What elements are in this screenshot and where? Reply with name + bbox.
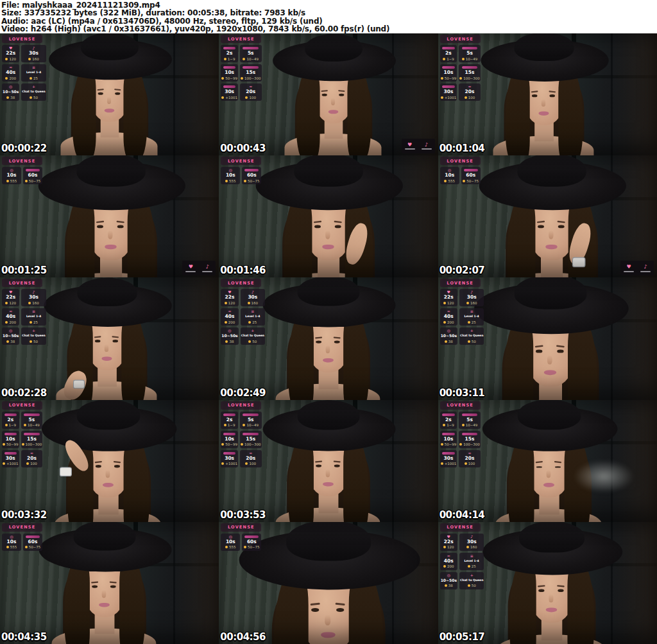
tile-cost-value: +1001 [6,462,19,466]
token-coin-icon [224,424,226,426]
tile-cost-value: 555 [229,179,236,183]
timestamp: 00:03:32 [1,509,47,521]
tip-menu-tile: 10s50~99 [221,64,238,82]
tile-header-bar [4,452,17,455]
spark-icon: + [241,329,264,333]
tile-cost: 50~75 [243,545,260,549]
tip-menu-tile: ≈40s200 [440,553,457,570]
token-coin-icon [443,565,446,568]
tile-cost-value: 1~9 [228,423,235,427]
tip-menu-tile: ≈20s100 [459,83,481,101]
tile-cost: 100~300 [22,442,42,446]
tile-cost-value: 160 [252,301,259,305]
tile-cost: 200 [441,320,457,324]
file-info-header: File: malyshkaaa_202411121309.mp4 Size: … [0,0,657,33]
tip-menu-tile: 5s10~49 [459,45,481,62]
tile-value: 30s [221,456,237,461]
tile-cost: 25 [460,564,483,568]
wave-icon: ≈ [22,451,42,455]
timestamp: 00:01:04 [439,143,485,154]
tip-menu-tile: ♥22s120 [440,289,457,306]
token-coin-icon [468,340,470,343]
menu-icon: ≡ [22,65,45,69]
lovense-logo: LOVENSE [2,157,42,165]
tip-menu-tile: +Chat to Queen50 [459,572,484,589]
tip-menu-tile: 5s10~49 [240,45,262,62]
tile-value: 20s [22,456,42,461]
file-size-line: Size: 337335232 bytes (322 MiB), duratio… [1,9,657,17]
timestamp: 00:00:22 [1,143,47,154]
timestamp: 00:04:14 [439,509,485,521]
menu-icon: ≡ [460,554,483,558]
toy-status-cell: ♥ [185,265,196,272]
lovense-logo: LOVENSE [440,523,481,532]
target-icon: ◎ [3,85,19,89]
tile-cost: 10~49 [241,423,261,427]
tile-cost-value: 50 [33,340,38,344]
target-icon: ◎ [441,573,457,577]
tile-cost-value: 38 [229,340,234,344]
tile-cost-value: 50~99 [445,76,457,80]
token-coin-icon [248,302,250,304]
tile-cost: 200 [3,320,19,324]
token-coin-icon [466,546,469,548]
target-icon: ◎ [221,329,237,333]
tip-menu-tile: 15s100~300 [459,64,481,82]
token-coin-icon [443,546,446,548]
video-info-line: Video: h264 (High) (avc1 / 0x31637661), … [1,25,657,33]
tile-value: Level 1-4 [22,70,45,75]
tip-menu-tile: ≡Level 1-425 [241,308,265,326]
tile-cost: 10~49 [241,57,261,61]
token-coin-icon [225,340,228,343]
token-coin-icon [3,443,5,446]
tile-cost: 25 [22,76,45,80]
tip-menu-tile: ♪30s160 [459,534,484,551]
tile-header-bar [462,66,478,69]
token-coin-icon [443,58,445,60]
tile-cost: 120 [441,301,457,305]
tile-value: 40s [441,559,457,564]
tile-cost-value: 50 [252,340,257,344]
token-coin-icon [245,96,248,99]
tile-cost-value: 50~75 [29,179,41,183]
token-coin-icon [225,302,227,304]
timestamp: 00:05:17 [439,631,485,643]
tile-cost-value: 100~300 [244,76,261,80]
tile-cost: 50~75 [243,179,260,183]
tile-value: 10~50s [441,333,457,338]
tile-value: 10s [221,437,237,442]
tile-value: 10s [441,70,457,75]
token-coin-icon [468,584,470,587]
tile-value: 10s [3,437,19,442]
tip-menu-tiles: ◎10s55560s50~75 [221,167,261,184]
tip-menu-tile: 60s50~75 [242,534,261,551]
token-coin-icon [243,58,245,60]
lovense-overlay: LOVENSE ♥22s120♪30s160≈40s200≡Level 1-42… [440,279,481,345]
tile-cost: 100~300 [459,442,480,446]
tip-menu-tile: +Chat to Queen50 [21,327,46,345]
lovense-overlay: LOVENSE ◎10s55560s50~75 [221,157,261,184]
toy-icon-2: ♪ [425,143,428,148]
tile-header-bar [223,47,235,49]
tile-header-bar [4,433,17,435]
token-coin-icon [462,58,465,60]
tile-cost-value: 10~49 [466,423,478,427]
toy-icon-1: ♥ [626,265,631,270]
tile-cost: 10~49 [459,57,480,61]
video-frame: LOVENSE 2s1~95s10~4910s50~9915s100~30030… [219,400,438,522]
tip-menu-tiles: ◎10s55560s50~75 [221,534,261,551]
tile-value: 2s [441,417,457,422]
tile-cost: +1001 [441,462,457,466]
tip-menu-tile: +Chat to Queen50 [459,327,484,345]
timestamp: 00:00:43 [220,143,266,154]
toy-status-text [202,271,212,272]
tile-cost-value: 25 [33,320,38,324]
tile-cost-value: 38 [448,340,453,344]
tip-menu-tiles: ♥22s120♪30s160≈40s200≡Level 1-425◎10~50s… [440,289,481,345]
token-coin-icon [225,180,228,182]
tile-header-bar [464,169,478,171]
target-icon: ◎ [441,329,457,333]
token-coin-icon [444,180,447,182]
tile-header-bar [223,85,235,88]
tile-cost: 50~99 [441,442,457,446]
